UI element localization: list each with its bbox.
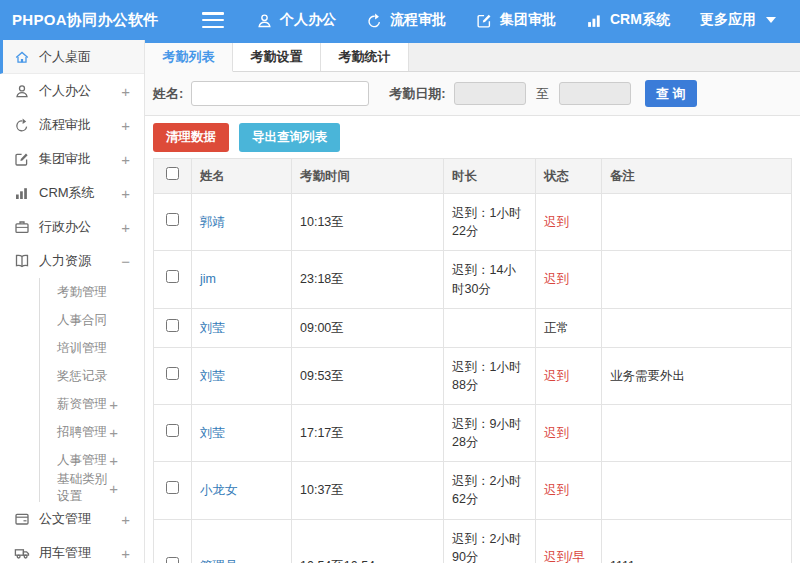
row-checkbox[interactable] — [166, 270, 179, 283]
tab-attendance-statistics[interactable]: 考勤统计 — [321, 43, 409, 71]
table-header-row: 姓名考勤时间时长状态备注 — [154, 159, 792, 194]
employee-name-link[interactable]: 郭靖 — [200, 215, 225, 229]
sidebar-item-group-approval[interactable]: 集团审批+ — [0, 142, 144, 176]
column-header: 状态 — [536, 159, 602, 194]
sidebar-subitem-label: 人事管理 — [57, 452, 107, 469]
row-checkbox[interactable] — [166, 319, 179, 332]
duration-cell: 迟到：2小时62分 — [444, 462, 536, 519]
sidebar-subitem-basic-category-settings[interactable]: 基础类别设置+ — [40, 474, 144, 502]
topnav-label: 更多应用 — [700, 11, 756, 29]
expand-toggle-icon[interactable]: + — [109, 424, 118, 441]
clean-data-button[interactable]: 清理数据 — [153, 123, 229, 152]
employee-name-link[interactable]: 管理员 — [200, 559, 238, 563]
employee-name-link[interactable]: 刘莹 — [200, 369, 225, 383]
time-cell: 10:37至 — [292, 462, 444, 519]
topnav-group-approval[interactable]: 集团审批 — [476, 11, 556, 29]
export-list-button[interactable]: 导出查询列表 — [239, 123, 340, 152]
sidebar-item-vehicle-management[interactable]: 用车管理+ — [0, 536, 144, 563]
chart-icon — [14, 185, 30, 201]
topnav-crm-system[interactable]: CRM系统 — [586, 11, 670, 29]
topnav-workflow-approval[interactable]: 流程审批 — [366, 11, 446, 29]
expand-toggle-icon[interactable]: + — [121, 511, 130, 528]
topnav-personal-office[interactable]: 个人办公 — [256, 11, 336, 29]
table-row: 小龙女10:37至迟到：2小时62分迟到 — [154, 462, 792, 519]
status-cell: 迟到 — [536, 347, 602, 404]
sidebar-subitem-recruitment-management[interactable]: 招聘管理+ — [40, 418, 144, 446]
expand-toggle-icon[interactable]: + — [121, 83, 130, 100]
employee-name-link[interactable]: 小龙女 — [200, 483, 238, 497]
tabbar: 考勤列表考勤设置考勤统计 — [145, 43, 800, 72]
expand-toggle-icon[interactable]: + — [109, 452, 118, 469]
status-badge: 迟到 — [544, 483, 569, 497]
sidebar-item-label: 用车管理 — [39, 544, 121, 562]
expand-toggle-icon[interactable]: + — [109, 396, 118, 413]
topbar: PHPOA协同办公软件 个人办公流程审批集团审批CRM系统更多应用 — [0, 0, 800, 40]
row-checkbox[interactable] — [166, 557, 179, 563]
sidebar-subitem-training-management[interactable]: 培训管理 — [40, 334, 144, 362]
time-cell: 10:54至10:54 — [292, 519, 444, 563]
sidebar-subitem-salary-management[interactable]: 薪资管理+ — [40, 390, 144, 418]
name-filter-input[interactable] — [191, 81, 369, 106]
duration-line: 迟到：14小时30分 — [452, 261, 527, 297]
expand-toggle-icon[interactable]: + — [109, 480, 118, 497]
employee-name-link[interactable]: 刘莹 — [200, 426, 225, 440]
sidebar-subitem-attendance-management[interactable]: 考勤管理 — [40, 278, 144, 306]
row-select-cell — [154, 194, 192, 251]
date-to-input[interactable] — [559, 82, 631, 105]
sidebar-item-human-resources[interactable]: 人力资源− — [0, 244, 144, 278]
table-row: 刘莹09:00至正常 — [154, 308, 792, 347]
tab-attendance-list[interactable]: 考勤列表 — [145, 43, 233, 72]
sidebar-item-label: 公文管理 — [39, 510, 121, 528]
employee-name-link[interactable]: jim — [200, 272, 216, 286]
row-checkbox[interactable] — [166, 367, 179, 380]
attendance-table-wrap: 姓名考勤时间时长状态备注 郭靖10:13至迟到：1小时22分迟到jim23:18… — [145, 158, 800, 563]
date-from-input[interactable] — [454, 82, 526, 105]
search-button[interactable]: 查 询 — [645, 80, 697, 107]
sidebar-subitem-personnel-contract[interactable]: 人事合同 — [40, 306, 144, 334]
content-area: 考勤列表考勤设置考勤统计 姓名: 考勤日期: 至 查 询 清理数据 导出查询列表… — [145, 40, 800, 563]
sidebar-item-personal-office[interactable]: 个人办公+ — [0, 74, 144, 108]
sidebar-item-admin-office[interactable]: 行政办公+ — [0, 210, 144, 244]
expand-toggle-icon[interactable]: + — [121, 117, 130, 134]
select-all-checkbox[interactable] — [166, 167, 179, 180]
duration-cell: 迟到：1小时88分 — [444, 347, 536, 404]
sidebar-subitem-label: 人事合同 — [57, 312, 107, 329]
sidebar-item-crm-system[interactable]: CRM系统+ — [0, 176, 144, 210]
duration-line: 迟到：2小时90分 — [452, 530, 527, 563]
sidebar-subitem-label: 薪资管理 — [57, 396, 107, 413]
row-checkbox[interactable] — [166, 213, 179, 226]
name-cell: 小龙女 — [192, 462, 292, 519]
column-header: 时长 — [444, 159, 536, 194]
note-cell — [602, 194, 792, 251]
expand-toggle-icon[interactable]: + — [121, 185, 130, 202]
sidebar-item-personal-desktop[interactable]: 个人桌面 — [0, 40, 144, 74]
name-cell: 刘莹 — [192, 347, 292, 404]
sidebar-subitem-label: 基础类别设置 — [57, 471, 109, 505]
table-body: 郭靖10:13至迟到：1小时22分迟到jim23:18至迟到：14小时30分迟到… — [154, 194, 792, 563]
sidebar-item-label: 个人办公 — [39, 82, 121, 100]
sidebar-item-label: 个人桌面 — [39, 48, 130, 66]
time-cell: 09:00至 — [292, 308, 444, 347]
sidebar-subitem-reward-punishment-record[interactable]: 奖惩记录 — [40, 362, 144, 390]
select-all-cell — [154, 159, 192, 194]
expand-toggle-icon[interactable]: + — [121, 545, 130, 562]
sidebar-item-document-management[interactable]: 公文管理+ — [0, 502, 144, 536]
duration-cell: 迟到：2小时90分早退：7小时10分 — [444, 519, 536, 563]
employee-name-link[interactable]: 刘莹 — [200, 321, 225, 335]
name-cell: 刘莹 — [192, 405, 292, 462]
tab-label: 考勤列表 — [163, 48, 215, 66]
date-filter-label: 考勤日期: — [389, 85, 445, 103]
tab-attendance-settings[interactable]: 考勤设置 — [233, 43, 321, 71]
sidebar-item-workflow-approval[interactable]: 流程审批+ — [0, 108, 144, 142]
car-icon — [14, 545, 30, 561]
expand-toggle-icon[interactable]: + — [121, 219, 130, 236]
row-checkbox[interactable] — [166, 481, 179, 494]
menu-toggle-icon[interactable] — [202, 12, 224, 28]
expand-toggle-icon[interactable]: − — [121, 253, 130, 270]
doc-icon — [14, 511, 30, 527]
row-checkbox[interactable] — [166, 424, 179, 437]
sidebar-subitem-personnel-management[interactable]: 人事管理+ — [40, 446, 144, 474]
edit-icon — [14, 151, 30, 167]
topnav-more-apps[interactable]: 更多应用 — [700, 11, 776, 29]
expand-toggle-icon[interactable]: + — [121, 151, 130, 168]
